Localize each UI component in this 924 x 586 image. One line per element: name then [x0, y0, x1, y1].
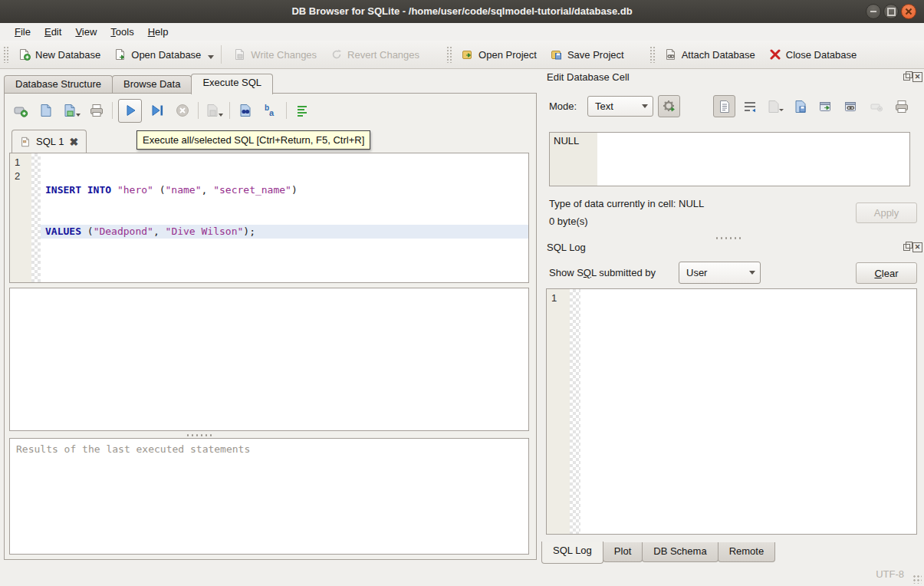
- open-project-button[interactable]: Open Project: [455, 44, 544, 64]
- close-database-button[interactable]: Close Database: [762, 44, 864, 64]
- print-sql-button[interactable]: [87, 100, 107, 120]
- new-database-icon: [18, 48, 31, 61]
- revert-changes-button[interactable]: Revert Changes: [324, 44, 426, 64]
- attach-database-button[interactable]: Attach Database: [658, 44, 762, 64]
- tab-browse-data[interactable]: Browse Data: [112, 75, 192, 94]
- sql-toolbar-separator: [286, 102, 287, 119]
- sql-toolbar-separator: [229, 102, 230, 119]
- find-replace-button[interactable]: ba: [261, 100, 281, 120]
- line-number: 1: [551, 291, 570, 305]
- stop-sql-button[interactable]: [173, 100, 192, 120]
- write-changes-button[interactable]: Write Changes: [227, 44, 324, 64]
- open-database-dropdown[interactable]: [208, 55, 214, 62]
- line-number: 1: [15, 156, 31, 170]
- menu-help[interactable]: Help: [141, 25, 176, 39]
- save-sql-file-icon: [62, 103, 77, 118]
- tab-db-schema[interactable]: DB Schema: [642, 542, 718, 562]
- mode-value: Text: [595, 100, 613, 112]
- format-sql-icon: [294, 103, 310, 118]
- sql-document-tab[interactable]: SQL 1 ✖: [12, 130, 87, 153]
- toolbar-drag-handle[interactable]: [649, 46, 655, 63]
- edit-cell-title: Edit Database Cell: [547, 71, 630, 83]
- new-sql-tab-button[interactable]: [11, 100, 31, 120]
- save-project-button[interactable]: Save Project: [544, 44, 631, 64]
- mode-combobox[interactable]: Text: [587, 96, 653, 117]
- export-button[interactable]: [814, 95, 837, 117]
- print-cell-button[interactable]: [890, 95, 912, 117]
- fold-margin: [31, 153, 41, 282]
- encoding-indicator: UTF-8: [876, 568, 904, 580]
- close-button[interactable]: [901, 4, 916, 19]
- new-database-button[interactable]: New Database: [12, 44, 107, 64]
- word-wrap-icon: [742, 99, 758, 114]
- sql-log-close-icon[interactable]: ✕: [912, 242, 922, 252]
- sql-code-area[interactable]: INSERT INTO "hero" ("name", "secret_name…: [41, 153, 528, 282]
- execute-current-line-button[interactable]: [147, 100, 167, 120]
- chevron-down-icon: [642, 104, 648, 111]
- line-number-gutter: 1 2: [10, 153, 31, 282]
- titlebar: DB Browser for SQLite - /home/user/code/…: [0, 0, 924, 24]
- menu-view[interactable]: View: [68, 25, 104, 39]
- minimize-button[interactable]: [866, 4, 881, 19]
- log-filter-label: Show SQL submitted by: [549, 267, 656, 278]
- execute-all-icon: [123, 103, 138, 118]
- execute-sql-button[interactable]: [118, 99, 142, 123]
- apply-button[interactable]: Apply: [856, 202, 917, 223]
- resize-grip[interactable]: [912, 574, 922, 584]
- set-null-button[interactable]: [865, 95, 887, 117]
- menubar: File Edit View Tools Help: [0, 23, 924, 41]
- save-results-button[interactable]: [204, 100, 224, 120]
- tab-remote[interactable]: Remote: [718, 542, 776, 562]
- cell-value-editor[interactable]: NULL: [549, 132, 910, 186]
- find-button[interactable]: [235, 100, 255, 120]
- sql-line-1: INSERT INTO "hero" ("name", "secret_name…: [41, 183, 528, 197]
- open-database-button[interactable]: Open Database: [107, 44, 208, 64]
- save-sql-file-button[interactable]: [61, 100, 81, 120]
- tab-execute-sql[interactable]: Execute SQL: [191, 74, 273, 94]
- open-sql-file-button[interactable]: [36, 100, 56, 120]
- save-sql-dropdown[interactable]: [76, 114, 81, 119]
- toolbar-drag-handle[interactable]: [446, 46, 452, 63]
- tab-sql-log[interactable]: SQL Log: [541, 542, 603, 564]
- log-text-area: [580, 289, 916, 534]
- save-as-button[interactable]: [789, 95, 811, 117]
- print-icon: [89, 103, 104, 118]
- write-changes-icon: [234, 48, 246, 61]
- find-icon: [238, 103, 253, 118]
- sql-code-editor[interactable]: 1 2 INSERT INTO "hero" ("name", "secret_…: [9, 153, 529, 283]
- menu-file[interactable]: File: [8, 25, 38, 39]
- text-document-icon: [717, 99, 732, 114]
- maximize-button[interactable]: [883, 4, 899, 19]
- execute-sql-panel: ba SQL 1 ✖ Execute all/selected SQL [Ctr…: [4, 93, 537, 560]
- tab-plot[interactable]: Plot: [603, 542, 643, 562]
- line-number: 2: [15, 170, 31, 183]
- sql-log-float-icon[interactable]: [902, 242, 912, 252]
- execution-results-pane[interactable]: Results of the last executed statements: [9, 438, 529, 555]
- log-filter-value: User: [686, 267, 707, 278]
- format-sql-button[interactable]: [292, 100, 312, 120]
- edit-cell-close-icon[interactable]: ✕: [912, 72, 922, 82]
- log-filter-combobox[interactable]: User: [679, 262, 761, 284]
- toolbar-separator: [221, 45, 222, 64]
- clear-log-button[interactable]: Clear: [856, 262, 917, 284]
- close-icon: [905, 8, 912, 15]
- auto-apply-button[interactable]: [658, 95, 680, 117]
- toolbar-drag-handle[interactable]: [3, 46, 8, 63]
- sql-log-editor[interactable]: 1: [546, 288, 917, 535]
- import-data-button[interactable]: [764, 95, 786, 117]
- text-mode-button[interactable]: [713, 95, 735, 117]
- menu-edit[interactable]: Edit: [38, 25, 68, 39]
- app-window: DB Browser for SQLite - /home/user/code/…: [0, 0, 924, 586]
- gear-icon: [662, 99, 677, 114]
- tab-database-structure[interactable]: Database Structure: [4, 75, 113, 94]
- word-wrap-button[interactable]: [738, 95, 761, 117]
- link-button[interactable]: [840, 95, 862, 117]
- edit-cell-float-icon[interactable]: [902, 72, 912, 82]
- menu-tools[interactable]: Tools: [104, 25, 140, 39]
- sql-tab-close-icon[interactable]: ✖: [69, 137, 78, 147]
- open-project-icon: [462, 48, 474, 61]
- import-file-icon: [766, 99, 781, 114]
- print-icon: [894, 99, 909, 114]
- dock-splitter[interactable]: [715, 236, 744, 241]
- query-results-grid[interactable]: [9, 288, 529, 431]
